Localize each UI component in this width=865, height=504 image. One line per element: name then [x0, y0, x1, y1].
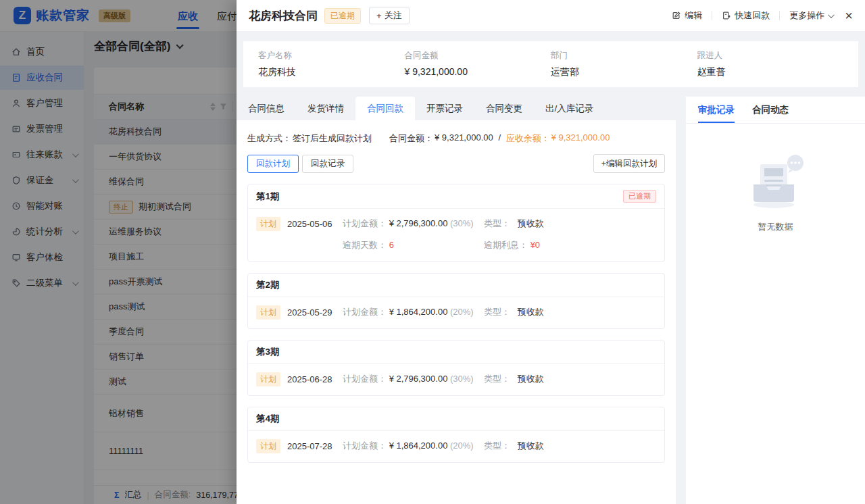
- plan-tag: 计划: [256, 372, 280, 386]
- chevron-down-icon: [828, 11, 835, 18]
- plan-amount-value: ¥ 1,864,200.00: [389, 307, 448, 317]
- period-card-4: 第4期 计划 2025-07-28 计划金额： ¥ 1,864: [247, 407, 665, 463]
- overdue-interest-value: ¥0: [530, 240, 540, 250]
- field-value: 赵重普: [697, 66, 844, 78]
- receivable-balance-label: 应收余额：: [506, 132, 550, 145]
- plan-amount-value: ¥ 1,864,200.00: [389, 440, 448, 451]
- edit-label: 编辑: [685, 9, 702, 22]
- empty-text: 暂无数据: [758, 221, 793, 233]
- tab-contract-changes[interactable]: 合同变更: [474, 97, 534, 120]
- plan-amount-label: 计划金额：: [343, 374, 387, 384]
- plan-amount-value: ¥ 2,796,300.00: [389, 374, 448, 384]
- edit-icon: [672, 11, 681, 20]
- period-title: 第3期: [256, 346, 280, 358]
- approval-panel: 审批记录 合同动态: [686, 97, 865, 504]
- tab-shipping-detail[interactable]: 发货详情: [296, 97, 355, 120]
- contract-tabs: 合同信息 发货详情 合同回款 开票记录 合同变更 出/入库记录: [237, 97, 676, 120]
- type-value: 预收款: [518, 440, 544, 451]
- period-card-3: 第3期 计划 2025-06-28 计划金额： ¥ 2,796: [247, 340, 665, 396]
- field-label: 部门: [551, 50, 697, 61]
- payback-meta: 生成方式： 签订后生成回款计划 合同金额： ¥ 9,321,000.00 / 应…: [247, 132, 665, 145]
- close-icon[interactable]: ×: [845, 9, 853, 22]
- type-label: 类型：: [484, 440, 510, 451]
- empty-inbox-icon: [739, 152, 813, 213]
- type-value: 预收款: [518, 374, 544, 384]
- type-label: 类型：: [484, 218, 510, 228]
- follow-button[interactable]: + 关注: [369, 7, 410, 24]
- type-value: 预收款: [518, 307, 544, 317]
- tab-approval-records[interactable]: 审批记录: [698, 97, 735, 123]
- plan-amount-label: 计划金额：: [343, 440, 387, 451]
- field-label: 跟进人: [697, 50, 844, 61]
- plan-percent: (30%): [450, 374, 474, 384]
- more-actions-button[interactable]: 更多操作: [789, 9, 833, 22]
- plan-date: 2025-05-29: [287, 307, 332, 318]
- tab-inventory-records[interactable]: 出/入库记录: [534, 97, 605, 120]
- contract-detail-drawer: 花房科技合同 已逾期 + 关注 编辑 快速回款 更多操作: [237, 0, 865, 504]
- contract-amount-value: ¥ 9,321,000.00: [435, 132, 493, 145]
- plan-date: 2025-07-28: [287, 441, 332, 451]
- field-label: 合同金额: [405, 50, 551, 61]
- period-body: 计划 2025-05-06 计划金额： ¥ 2,796,300.00 (30%): [248, 209, 664, 261]
- tab-invoice-records[interactable]: 开票记录: [415, 97, 474, 120]
- drawer-actions: 编辑 快速回款 更多操作 ×: [672, 9, 853, 22]
- drawer-body: 客户名称 花房科技 合同金额 ¥ 9,321,000.00 部门 运营部 跟进人…: [237, 32, 865, 504]
- more-actions-label: 更多操作: [789, 9, 824, 22]
- gen-method-label: 生成方式：: [247, 132, 291, 145]
- tab-contract-info[interactable]: 合同信息: [237, 97, 296, 120]
- empty-state: 暂无数据: [686, 152, 865, 233]
- plan-amount-label: 计划金额：: [343, 307, 387, 317]
- approval-tabs: 审批记录 合同动态: [686, 97, 865, 124]
- plan-tag: 计划: [256, 305, 280, 320]
- quick-collect-label: 快速回款: [735, 9, 770, 22]
- quick-collect-button[interactable]: 快速回款: [722, 9, 770, 22]
- type-label: 类型：: [484, 307, 510, 317]
- field-value: ¥ 9,321,000.00: [405, 66, 551, 77]
- column-gap: [676, 97, 686, 504]
- tab-contract-activity[interactable]: 合同动态: [752, 97, 789, 123]
- period-title: 第2期: [256, 279, 280, 291]
- overdue-badge: 已逾期: [623, 190, 656, 203]
- plan-tag: 计划: [256, 439, 280, 453]
- field-value: 花房科技: [258, 66, 405, 78]
- edit-button[interactable]: 编辑: [672, 9, 702, 22]
- period-title: 第4期: [256, 413, 280, 425]
- plan-percent: (30%): [450, 218, 474, 228]
- overdue-status-badge: 已逾期: [324, 8, 361, 24]
- info-field-customer: 客户名称 花房科技: [258, 50, 405, 78]
- tab-contract-payback[interactable]: 合同回款: [355, 97, 415, 120]
- info-field-amount: 合同金额 ¥ 9,321,000.00: [405, 50, 551, 78]
- plan-amount-value: ¥ 2,796,300.00: [389, 218, 448, 228]
- payback-toggle-row: 回款计划 回款记录 +编辑回款计划: [247, 154, 665, 173]
- slash: /: [498, 132, 501, 145]
- edit-payback-plan-button[interactable]: +编辑回款计划: [593, 154, 665, 173]
- drawer-content-row: 合同信息 发货详情 合同回款 开票记录 合同变更 出/入库记录 生成方式： 签订…: [237, 97, 865, 504]
- contract-info-card: 客户名称 花房科技 合同金额 ¥ 9,321,000.00 部门 运营部 跟进人…: [243, 41, 858, 87]
- contract-amount-label: 合同金额：: [389, 132, 433, 145]
- overdue-interest-label: 逾期利息：: [484, 240, 528, 250]
- type-label: 类型：: [484, 374, 510, 384]
- field-label: 客户名称: [258, 50, 405, 61]
- plan-amount-label: 计划金额：: [343, 218, 387, 228]
- period-title: 第1期: [256, 191, 280, 203]
- plan-percent: (20%): [450, 440, 474, 451]
- gen-method-value: 签订后生成回款计划: [293, 132, 372, 145]
- payback-plan-toggle[interactable]: 回款计划: [247, 155, 299, 173]
- payback-panel: 生成方式： 签订后生成回款计划 合同金额： ¥ 9,321,000.00 / 应…: [237, 120, 676, 504]
- period-card-2: 第2期 计划 2025-05-29 计划金额： ¥ 1,864: [247, 273, 665, 329]
- drawer-main-column: 合同信息 发货详情 合同回款 开票记录 合同变更 出/入库记录 生成方式： 签订…: [237, 97, 676, 504]
- overdue-days-value: 6: [389, 240, 394, 250]
- modal-overlay[interactable]: [0, 0, 237, 504]
- info-field-department: 部门 运营部: [551, 50, 697, 78]
- payback-record-toggle[interactable]: 回款记录: [302, 155, 353, 173]
- divider: [779, 11, 780, 20]
- screen: Z 账款管家 高级版 应收 应付 核算 首页 应收合同 客户管理 发票管理: [0, 0, 865, 504]
- divider: [712, 11, 712, 20]
- plan-date: 2025-05-06: [287, 219, 332, 229]
- period-header: 第1期 已逾期: [248, 184, 664, 209]
- field-value: 运营部: [551, 66, 697, 78]
- plan-percent: (20%): [450, 307, 474, 317]
- quick-collect-icon: [722, 11, 731, 20]
- drawer-header: 花房科技合同 已逾期 + 关注 编辑 快速回款 更多操作: [237, 0, 865, 32]
- follow-label: 关注: [385, 9, 402, 22]
